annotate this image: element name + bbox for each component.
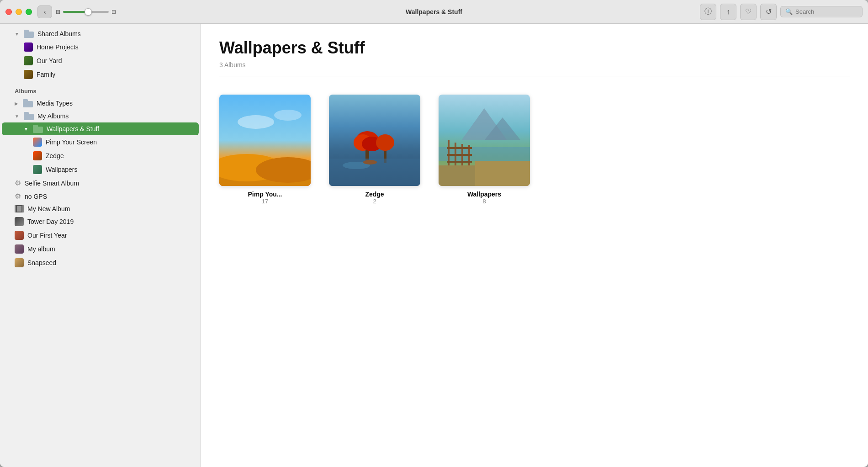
main-area: ▼ Shared Albums Home Projects Our Yard F… [0, 24, 868, 467]
sidebar-item-label: Zedge [46, 152, 191, 159]
home-projects-icon [24, 42, 33, 52]
my-album-icon [15, 244, 24, 254]
chevron-down-icon: ▼ [15, 32, 19, 37]
toolbar-right: ⓘ ↑ ♡ ↺ 🔍 [700, 4, 863, 20]
album-thumb-svg-pimp [219, 95, 311, 186]
slider-right-icon: ⊟ [111, 9, 116, 15]
sidebar-item-my-new-album[interactable]: My New Album [2, 203, 199, 215]
sidebar-item-my-albums[interactable]: ▼ My Albums [2, 110, 199, 122]
sidebar-item-snapseed[interactable]: Snapseed [2, 256, 199, 270]
content-area: Wallpapers & Stuff 3 Albums [201, 24, 868, 467]
album-count-zedge: 2 [373, 198, 376, 205]
album-card-wallpapers[interactable]: Wallpapers 8 [439, 95, 530, 205]
album-thumb-svg-wallpapers [439, 95, 530, 186]
sidebar-item-wallpapers-sub[interactable]: Wallpapers [2, 163, 199, 176]
folder-icon [24, 30, 34, 38]
album-card-pimp[interactable]: Pimp You... 17 [219, 95, 311, 205]
sidebar-item-home-projects[interactable]: Home Projects [2, 40, 199, 54]
folder-icon [24, 112, 34, 120]
svg-rect-28 [475, 161, 530, 186]
sidebar-item-no-gps[interactable]: ⚙ no GPS [2, 190, 199, 203]
sidebar-item-wallpapers-stuff[interactable]: ▼ Wallpapers & Stuff [2, 122, 199, 135]
sidebar-item-label: Home Projects [37, 43, 191, 51]
sidebar-item-label: no GPS [25, 193, 191, 200]
sidebar-item-media-types[interactable]: ▶ Media Types [2, 97, 199, 110]
family-icon [24, 70, 33, 79]
chevron-right-icon: ▶ [15, 101, 18, 106]
snapseed-icon [15, 258, 24, 267]
folder-open-icon [33, 125, 43, 133]
album-thumbnail-wallpapers [439, 95, 530, 186]
info-icon: ⓘ [704, 7, 712, 16]
album-card-zedge[interactable]: Zedge 2 [329, 95, 420, 205]
info-button[interactable]: ⓘ [700, 4, 716, 20]
sidebar-item-our-first-year[interactable]: Our First Year [2, 228, 199, 242]
chevron-down-icon: ▼ [15, 114, 19, 119]
tower-day-icon [15, 217, 24, 226]
sidebar-item-label: Pimp Your Screen [46, 138, 191, 146]
our-yard-icon [24, 56, 33, 65]
sidebar-item-label: Wallpapers & Stuff [47, 125, 191, 133]
back-button[interactable]: ‹ [37, 5, 52, 18]
sidebar-item-label: Selfie Smart Album [25, 180, 191, 187]
sidebar-item-label: Media Types [37, 100, 191, 107]
album-thumbnail-zedge [329, 95, 420, 186]
search-input[interactable] [795, 8, 855, 15]
heart-icon: ♡ [745, 7, 752, 16]
share-icon: ↑ [726, 8, 730, 16]
sidebar-item-zedge[interactable]: Zedge [2, 149, 199, 163]
sidebar-item-label: Our First Year [27, 232, 191, 239]
rotate-button[interactable]: ↺ [760, 4, 777, 20]
search-box[interactable]: 🔍 [780, 6, 863, 17]
titlebar: ‹ ⊞ ⊟ Wallpapers & Stuff ⓘ ↑ ♡ ↺ [0, 0, 868, 24]
nav-buttons: ‹ [37, 5, 52, 18]
svg-rect-24 [447, 147, 472, 149]
back-icon: ‹ [44, 8, 46, 16]
sidebar-item-label: Tower Day 2019 [27, 218, 191, 225]
sidebar-item-label: My Albums [37, 112, 191, 120]
folder-icon [23, 99, 33, 107]
slider-thumb[interactable] [85, 8, 92, 16]
sidebar-item-family[interactable]: Family [2, 68, 199, 81]
heart-button[interactable]: ♡ [740, 4, 757, 20]
album-count-pimp: 17 [262, 198, 268, 205]
album-thumb-svg-zedge [329, 95, 420, 186]
sidebar-item-tower-day[interactable]: Tower Day 2019 [2, 215, 199, 228]
search-icon: 🔍 [785, 8, 793, 15]
svg-point-12 [376, 134, 394, 151]
first-year-icon [15, 231, 24, 240]
chevron-down-icon: ▼ [24, 127, 28, 132]
albums-grid: Pimp You... 17 [219, 85, 850, 205]
svg-point-4 [238, 115, 274, 129]
share-button[interactable]: ↑ [720, 4, 736, 20]
rotate-icon: ↺ [766, 7, 772, 16]
slider-left-icon: ⊞ [56, 9, 60, 15]
album-count-wallpapers: 8 [482, 198, 486, 205]
album-name-pimp: Pimp You... [248, 191, 282, 198]
sidebar-item-shared-albums[interactable]: ▼ Shared Albums [2, 27, 199, 40]
sidebar-item-our-yard[interactable]: Our Yard [2, 54, 199, 68]
sidebar-item-label: Wallpapers [46, 166, 191, 173]
svg-point-15 [363, 160, 377, 165]
minimize-button[interactable] [16, 9, 22, 15]
sidebar-item-my-album[interactable]: My album [2, 242, 199, 256]
close-button[interactable] [5, 9, 12, 15]
svg-rect-25 [447, 154, 472, 156]
sidebar-item-label: My New Album [27, 205, 191, 212]
wallpapers-sub-icon [33, 165, 42, 174]
sidebar-item-label: Snapseed [27, 259, 191, 266]
zoom-slider[interactable] [63, 11, 109, 13]
sidebar-item-selfie-smart[interactable]: ⚙ Selfie Smart Album [2, 176, 199, 190]
gear-icon: ⚙ [15, 179, 21, 187]
window-title: Wallpapers & Stuff [406, 8, 462, 16]
sidebar-item-label: Our Yard [37, 57, 191, 64]
maximize-button[interactable] [26, 9, 32, 15]
sidebar-item-pimp-your-screen[interactable]: Pimp Your Screen [2, 135, 199, 149]
sidebar-item-label: Family [37, 71, 191, 78]
album-name-zedge: Zedge [365, 191, 384, 198]
sidebar: ▼ Shared Albums Home Projects Our Yard F… [0, 24, 201, 467]
albums-section-header: Albums [7, 84, 44, 96]
zedge-icon [33, 151, 42, 160]
page-title: Wallpapers & Stuff [219, 38, 850, 58]
album-count: 3 Albums [219, 61, 850, 76]
